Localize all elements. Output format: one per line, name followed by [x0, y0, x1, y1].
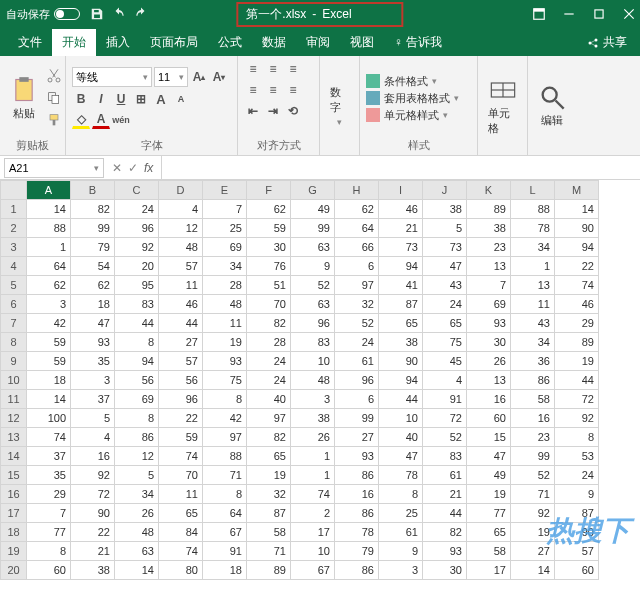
cell[interactable]: 83 [423, 447, 467, 466]
tab-view[interactable]: 视图 [340, 29, 384, 56]
row-header[interactable]: 10 [1, 371, 27, 390]
cell[interactable]: 34 [115, 485, 159, 504]
cell[interactable]: 44 [379, 390, 423, 409]
cell[interactable]: 99 [511, 447, 555, 466]
cell[interactable]: 65 [159, 504, 203, 523]
cell[interactable]: 79 [71, 238, 115, 257]
phonetic-button[interactable]: wén [112, 111, 130, 129]
cell[interactable]: 38 [423, 200, 467, 219]
name-box[interactable]: A21▾ [4, 158, 104, 178]
cell[interactable]: 5 [115, 466, 159, 485]
cell[interactable]: 42 [203, 409, 247, 428]
cell[interactable]: 18 [27, 371, 71, 390]
cell[interactable]: 90 [555, 219, 599, 238]
cell[interactable]: 62 [27, 276, 71, 295]
cell[interactable]: 25 [379, 504, 423, 523]
cell[interactable]: 99 [71, 219, 115, 238]
cell[interactable]: 37 [71, 390, 115, 409]
cell[interactable]: 4 [423, 371, 467, 390]
cell[interactable]: 19 [203, 333, 247, 352]
cell[interactable]: 73 [379, 238, 423, 257]
cell[interactable]: 82 [247, 428, 291, 447]
cell[interactable]: 13 [511, 276, 555, 295]
cell[interactable]: 78 [335, 523, 379, 542]
cell[interactable]: 72 [555, 390, 599, 409]
cell[interactable]: 60 [555, 561, 599, 580]
cell[interactable]: 18 [203, 561, 247, 580]
undo-icon[interactable] [112, 7, 126, 21]
orientation-icon[interactable]: ⟲ [284, 102, 302, 120]
row-header[interactable]: 5 [1, 276, 27, 295]
table-format-button[interactable]: 套用表格格式 ▾ [366, 91, 459, 106]
cell[interactable]: 3 [291, 390, 335, 409]
cell[interactable]: 10 [291, 352, 335, 371]
cell[interactable]: 94 [379, 257, 423, 276]
cell[interactable]: 8 [27, 542, 71, 561]
cell[interactable]: 74 [555, 276, 599, 295]
col-header[interactable]: H [335, 181, 379, 200]
col-header[interactable]: K [467, 181, 511, 200]
cell[interactable]: 87 [555, 504, 599, 523]
cell[interactable]: 40 [247, 390, 291, 409]
cell[interactable]: 99 [335, 409, 379, 428]
cell[interactable]: 94 [115, 352, 159, 371]
cell[interactable]: 16 [71, 447, 115, 466]
cell[interactable]: 48 [291, 371, 335, 390]
cell[interactable]: 38 [71, 561, 115, 580]
cell[interactable]: 97 [247, 409, 291, 428]
row-header[interactable]: 2 [1, 219, 27, 238]
share-button[interactable]: 共享 [582, 29, 632, 56]
row-header[interactable]: 7 [1, 314, 27, 333]
cell[interactable]: 34 [203, 257, 247, 276]
tab-formula[interactable]: 公式 [208, 29, 252, 56]
cell[interactable]: 87 [247, 504, 291, 523]
cell[interactable]: 14 [27, 200, 71, 219]
cells-button[interactable]: 单元格 [484, 74, 521, 138]
cell[interactable]: 16 [335, 485, 379, 504]
cell[interactable]: 88 [27, 219, 71, 238]
row-header[interactable]: 15 [1, 466, 27, 485]
cell[interactable]: 82 [423, 523, 467, 542]
cell[interactable]: 59 [159, 428, 203, 447]
cell[interactable]: 83 [115, 295, 159, 314]
tab-home[interactable]: 开始 [52, 29, 96, 56]
cell[interactable]: 35 [27, 466, 71, 485]
shrink-font-icon[interactable]: A▾ [210, 68, 228, 86]
cell[interactable]: 21 [379, 219, 423, 238]
cell[interactable]: 64 [335, 219, 379, 238]
cell[interactable]: 38 [467, 219, 511, 238]
cell[interactable]: 91 [203, 542, 247, 561]
cell[interactable]: 86 [511, 371, 555, 390]
cell[interactable]: 82 [71, 200, 115, 219]
cell[interactable]: 49 [467, 466, 511, 485]
cell[interactable]: 14 [27, 390, 71, 409]
cell[interactable]: 8 [555, 428, 599, 447]
cell[interactable]: 7 [27, 504, 71, 523]
cell[interactable]: 8 [115, 333, 159, 352]
cell[interactable]: 18 [71, 295, 115, 314]
cell[interactable]: 74 [159, 542, 203, 561]
cell[interactable]: 36 [511, 352, 555, 371]
cell[interactable]: 1 [291, 447, 335, 466]
cell[interactable]: 80 [159, 561, 203, 580]
row-header[interactable]: 8 [1, 333, 27, 352]
cell[interactable]: 7 [203, 200, 247, 219]
cell[interactable]: 1 [27, 238, 71, 257]
row-header[interactable]: 9 [1, 352, 27, 371]
cell[interactable]: 24 [247, 352, 291, 371]
cell[interactable]: 91 [423, 390, 467, 409]
cell[interactable]: 22 [159, 409, 203, 428]
cell[interactable]: 24 [335, 333, 379, 352]
cut-icon[interactable] [46, 68, 62, 84]
row-header[interactable]: 6 [1, 295, 27, 314]
cell[interactable]: 29 [27, 485, 71, 504]
editing-button[interactable]: 编辑 [534, 81, 570, 130]
cell[interactable]: 30 [247, 238, 291, 257]
font-size-dn[interactable]: A [172, 90, 190, 108]
cell[interactable]: 19 [511, 523, 555, 542]
save-icon[interactable] [90, 7, 104, 21]
cell[interactable]: 22 [71, 523, 115, 542]
cell[interactable]: 22 [555, 257, 599, 276]
cell[interactable]: 60 [27, 561, 71, 580]
cell[interactable]: 23 [511, 428, 555, 447]
